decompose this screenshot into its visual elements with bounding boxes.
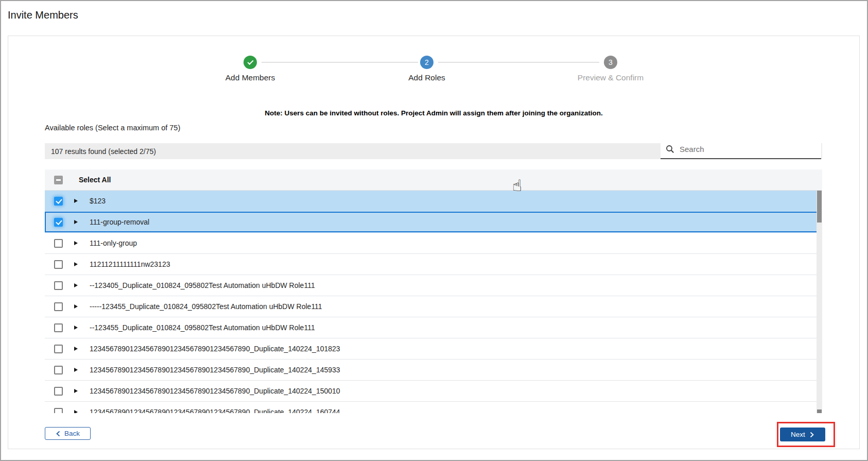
role-label: -----123455_Duplicate_010824_095802Test …	[90, 302, 322, 311]
caret-right-icon[interactable]	[74, 304, 78, 309]
role-checkbox[interactable]	[54, 366, 63, 374]
step-label-preview-confirm: Preview & Confirm	[578, 73, 644, 82]
role-row[interactable]: 1234567890123456789012345678901234567890…	[45, 381, 822, 402]
step-label-add-roles: Add Roles	[408, 73, 445, 82]
check-icon	[247, 58, 253, 64]
role-row[interactable]: 11211211111111nw23123	[45, 254, 822, 275]
invite-members-card: 2 3 Add Members Add Roles Preview & Conf…	[8, 36, 860, 449]
step-number: 3	[609, 58, 613, 66]
role-row[interactable]: 1234567890123456789012345678901234567890…	[45, 338, 822, 360]
caret-right-icon[interactable]	[74, 283, 78, 287]
roles-rows-container: $123 111-group-removal 111-only-group 11…	[45, 191, 822, 413]
step-label-add-members: Add Members	[225, 73, 275, 82]
step-number: 2	[425, 58, 429, 66]
caret-right-icon[interactable]	[74, 389, 78, 393]
role-checkbox[interactable]	[54, 239, 63, 248]
roles-list: Select All $123 111-group-removal 111-on…	[45, 169, 822, 413]
role-label: 1234567890123456789012345678901234567890…	[90, 345, 340, 353]
role-checkbox[interactable]	[54, 218, 63, 227]
caret-right-icon[interactable]	[74, 199, 78, 203]
role-label: 111-only-group	[90, 239, 137, 247]
chevron-left-icon	[56, 431, 61, 437]
role-row[interactable]: $123	[45, 191, 822, 212]
role-label: 111-group-removal	[90, 218, 149, 226]
role-row[interactable]: --123405_Duplicate_010824_095802Test Aut…	[45, 275, 822, 296]
role-row[interactable]: 1234567890123456789012345678901234567890…	[45, 360, 822, 381]
role-checkbox[interactable]	[54, 302, 63, 311]
back-button[interactable]: Back	[45, 427, 91, 440]
select-all-checkbox[interactable]	[54, 176, 63, 184]
role-label: 1234567890123456789012345678901234567890…	[90, 408, 340, 413]
role-checkbox[interactable]	[54, 387, 63, 396]
role-checkbox[interactable]	[54, 323, 63, 332]
role-row[interactable]: 1234567890123456789012345678901234567890…	[45, 402, 822, 413]
chevron-right-icon	[809, 432, 814, 438]
search-icon	[666, 145, 674, 153]
role-label: 1234567890123456789012345678901234567890…	[90, 387, 340, 395]
list-scrollbar[interactable]	[817, 191, 822, 413]
role-label: $123	[90, 197, 106, 205]
role-label: 1234567890123456789012345678901234567890…	[90, 366, 340, 374]
stepper-connector	[438, 62, 599, 63]
search-box[interactable]	[661, 140, 821, 159]
back-button-label: Back	[64, 430, 80, 437]
step-upcoming-circle: 3	[604, 56, 617, 69]
role-label: --123455_Duplicate_010824_095802Test Aut…	[90, 323, 315, 332]
results-summary: 107 results found (selected 2/75)	[51, 147, 156, 156]
step-complete-icon	[244, 56, 257, 69]
role-row[interactable]: 111-only-group	[45, 233, 822, 254]
available-roles-label: Available roles (Select a maximum of 75)	[45, 124, 180, 132]
step-active-circle: 2	[420, 56, 433, 69]
role-checkbox[interactable]	[54, 345, 63, 353]
scrollbar-thumb[interactable]	[817, 191, 822, 223]
role-label: --123405_Duplicate_010824_095802Test Aut…	[90, 281, 315, 289]
role-label: 11211211111111nw23123	[90, 260, 170, 268]
stepper-connector	[262, 62, 418, 63]
search-input[interactable]	[680, 145, 803, 153]
caret-right-icon[interactable]	[74, 262, 78, 266]
role-checkbox[interactable]	[54, 408, 63, 414]
role-checkbox[interactable]	[54, 281, 63, 290]
caret-right-icon[interactable]	[74, 241, 78, 245]
page-title: Invite Members	[8, 9, 78, 21]
select-all-row[interactable]: Select All	[45, 169, 822, 191]
role-row[interactable]: -----123455_Duplicate_010824_095802Test …	[45, 296, 822, 317]
next-button[interactable]: Next	[780, 428, 825, 441]
caret-right-icon[interactable]	[74, 326, 78, 330]
role-checkbox[interactable]	[54, 197, 63, 206]
caret-right-icon[interactable]	[74, 368, 78, 372]
next-button-label: Next	[791, 431, 805, 438]
caret-right-icon[interactable]	[74, 220, 78, 224]
role-row[interactable]: --123455_Duplicate_010824_095802Test Aut…	[45, 317, 822, 338]
caret-right-icon[interactable]	[74, 410, 78, 413]
note-text: Note: Users can be invited without roles…	[8, 109, 859, 117]
select-all-label: Select All	[79, 176, 111, 184]
role-row[interactable]: 111-group-removal	[45, 212, 822, 233]
caret-right-icon[interactable]	[74, 347, 78, 351]
scrollbar-end-nub	[817, 409, 822, 413]
role-checkbox[interactable]	[54, 260, 63, 269]
